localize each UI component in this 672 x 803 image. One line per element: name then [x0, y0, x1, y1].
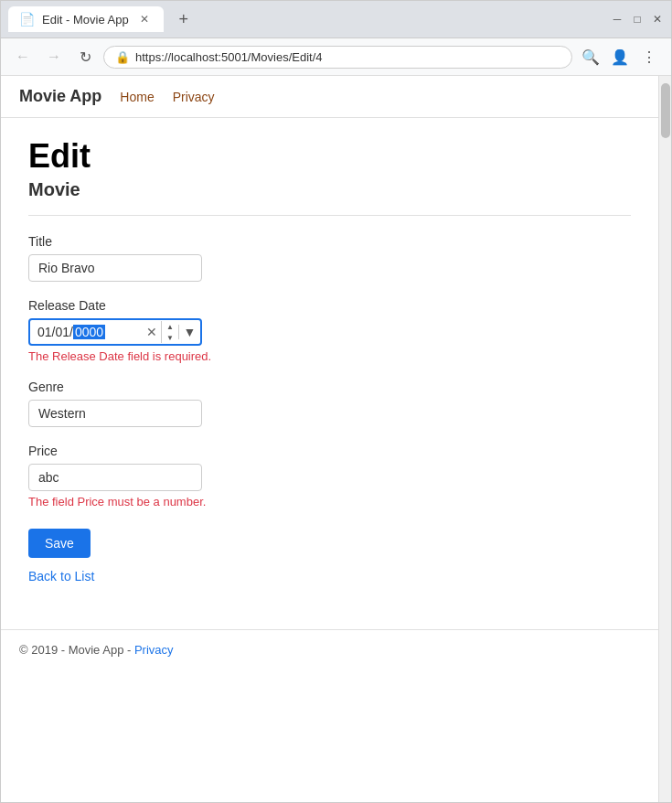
title-input[interactable]	[28, 254, 202, 282]
site-footer: © 2019 - Movie App - Privacy	[1, 629, 658, 669]
tab-close-button[interactable]: ✕	[136, 11, 153, 27]
site-brand: Movie App	[19, 87, 101, 106]
save-button[interactable]: Save	[28, 529, 91, 558]
form-divider	[28, 215, 631, 216]
close-button[interactable]: ✕	[651, 13, 664, 26]
date-input-wrapper[interactable]: 01/01/0000 ✕ ▲ ▼ ▼	[28, 318, 202, 346]
page-content: Movie App Home Privacy Edit Movie Title …	[1, 76, 658, 802]
date-input-text: 01/01/0000	[30, 320, 143, 344]
price-error: The field Price must be a number.	[28, 495, 631, 509]
minimize-button[interactable]: ─	[611, 13, 624, 26]
date-spin-down-button[interactable]: ▼	[162, 332, 178, 343]
restore-button[interactable]: □	[631, 13, 644, 26]
genre-field-group: Genre	[28, 380, 631, 427]
page-subtitle: Movie	[28, 179, 631, 200]
back-to-list-link[interactable]: Back to List	[28, 569, 631, 584]
browser-tab[interactable]: 📄 Edit - Movie App ✕	[8, 6, 164, 32]
back-button[interactable]: ←	[10, 44, 36, 70]
title-field-group: Title	[28, 234, 631, 282]
address-bar[interactable]: 🔒 https://localhost:5001/Movies/Edit/4	[103, 46, 572, 69]
date-clear-button[interactable]: ✕	[143, 323, 161, 341]
main-content: Edit Movie Title Release Date 01/01/0000…	[1, 118, 658, 611]
title-label: Title	[28, 234, 631, 249]
footer-copyright: © 2019 - Movie App -	[19, 643, 134, 657]
forward-button[interactable]: →	[41, 44, 67, 70]
release-date-error: The Release Date field is required.	[28, 349, 631, 363]
date-year-selected: 0000	[73, 325, 105, 339]
price-input[interactable]	[28, 464, 202, 491]
price-field-group: Price The field Price must be a number.	[28, 444, 631, 509]
search-button[interactable]: 🔍	[578, 44, 603, 70]
menu-button[interactable]: ⋮	[636, 44, 662, 70]
navigation-bar: ← → ↻ 🔒 https://localhost:5001/Movies/Ed…	[1, 38, 671, 76]
tab-title: Edit - Movie App	[42, 13, 129, 27]
price-label: Price	[28, 444, 631, 458]
footer-privacy-link[interactable]: Privacy	[134, 643, 174, 657]
date-spin-up-button[interactable]: ▲	[162, 321, 178, 332]
genre-label: Genre	[28, 380, 631, 394]
new-tab-button[interactable]: +	[171, 6, 197, 32]
scrollbar-thumb[interactable]	[661, 83, 670, 138]
nav-privacy-link[interactable]: Privacy	[173, 90, 215, 104]
account-button[interactable]: 👤	[607, 44, 633, 70]
date-calendar-button[interactable]: ▼	[178, 325, 200, 339]
scrollbar[interactable]	[658, 76, 671, 802]
refresh-button[interactable]: ↻	[72, 44, 98, 70]
url-text: https://localhost:5001/Movies/Edit/4	[135, 50, 560, 64]
genre-input[interactable]	[28, 400, 202, 427]
tab-icon: 📄	[19, 12, 35, 27]
nav-home-link[interactable]: Home	[120, 90, 154, 104]
date-spinner: ▲ ▼	[161, 321, 178, 343]
release-date-label: Release Date	[28, 298, 631, 313]
page-title: Edit	[28, 136, 631, 176]
site-nav: Movie App Home Privacy	[1, 76, 658, 118]
lock-icon: 🔒	[115, 50, 130, 64]
release-date-field-group: Release Date 01/01/0000 ✕ ▲ ▼ ▼ The Rele…	[28, 298, 631, 363]
